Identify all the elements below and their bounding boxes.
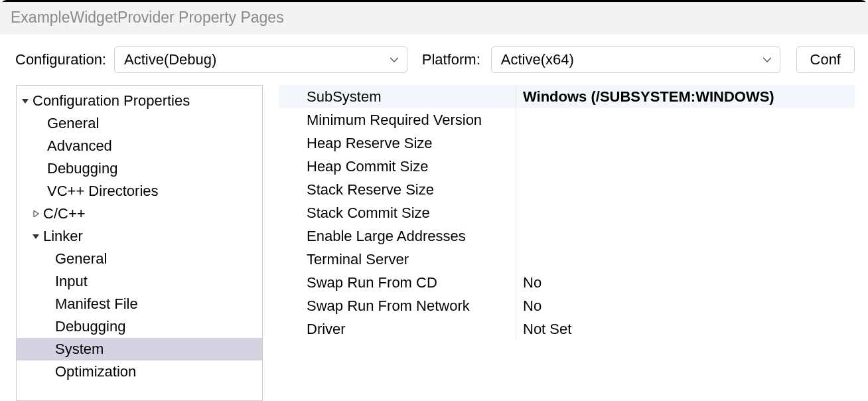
- window-title: ExampleWidgetProvider Property Pages: [0, 2, 868, 35]
- property-label: Heap Reserve Size: [279, 131, 516, 155]
- property-value: No: [516, 271, 855, 294]
- tree-panel: Configuration Properties General Advance…: [16, 85, 263, 401]
- tree-item-linker[interactable]: Linker: [17, 225, 262, 248]
- property-label: Heap Commit Size: [279, 155, 516, 178]
- chevron-down-icon: [390, 55, 399, 64]
- tree-item-general[interactable]: General: [17, 112, 262, 135]
- property-value: No: [516, 294, 855, 317]
- tree-item-label: Manifest File: [55, 295, 138, 313]
- property-value: [516, 178, 855, 201]
- property-value: [516, 201, 855, 224]
- platform-label: Platform:: [422, 51, 480, 68]
- tree-item-linker-general[interactable]: General: [17, 248, 262, 270]
- property-row-subsystem[interactable]: SubSystem Windows (/SUBSYSTEM:WINDOWS): [279, 85, 855, 108]
- property-label: Stack Reserve Size: [279, 178, 516, 201]
- property-label: Driver: [279, 317, 516, 341]
- configuration-value: Active(Debug): [124, 51, 216, 68]
- tree-item-debugging[interactable]: Debugging: [17, 157, 262, 180]
- tree-item-label: General: [47, 115, 99, 132]
- property-value: Windows (/SUBSYSTEM:WINDOWS): [516, 85, 855, 108]
- property-row-heap-commit-size[interactable]: Heap Commit Size: [279, 155, 855, 178]
- property-value: Not Set: [516, 317, 855, 341]
- tree-item-linker-input[interactable]: Input: [17, 270, 262, 293]
- tree-item-label: General: [55, 250, 107, 268]
- tree-item-label: Advanced: [47, 137, 112, 155]
- toolbar: Configuration: Active(Debug) Platform: A…: [0, 35, 868, 85]
- property-value: [516, 224, 855, 248]
- property-grid: SubSystem Windows (/SUBSYSTEM:WINDOWS) M…: [279, 85, 855, 401]
- tree-item-linker-optimization[interactable]: Optimization: [17, 361, 262, 383]
- property-label: SubSystem: [279, 85, 516, 108]
- property-label: Minimum Required Version: [279, 108, 516, 131]
- configuration-label: Configuration:: [15, 51, 106, 68]
- property-row-stack-commit-size[interactable]: Stack Commit Size: [279, 201, 855, 224]
- property-value: [516, 155, 855, 178]
- tree-item-label: Debugging: [47, 160, 117, 177]
- tree-item-label: C/C++: [43, 205, 86, 222]
- chevron-down-icon: [762, 55, 772, 64]
- property-label: Enable Large Addresses: [279, 224, 516, 248]
- property-row-driver[interactable]: Driver Not Set: [279, 317, 855, 341]
- property-row-minimum-required-version[interactable]: Minimum Required Version: [279, 108, 855, 131]
- tree-item-label: Linker: [43, 228, 83, 245]
- tree-item-ccpp[interactable]: C/C++: [17, 202, 262, 225]
- button-label: Conf: [810, 51, 841, 68]
- property-row-enable-large-addresses[interactable]: Enable Large Addresses: [279, 224, 855, 248]
- tree-item-label: Debugging: [55, 318, 125, 335]
- tree-item-label: System: [55, 341, 104, 358]
- property-label: Swap Run From Network: [279, 294, 516, 317]
- property-row-terminal-server[interactable]: Terminal Server: [279, 248, 855, 271]
- tree-item-linker-system[interactable]: System: [17, 338, 262, 361]
- tree-item-label: Optimization: [55, 363, 136, 380]
- collapsed-icon: [31, 209, 40, 218]
- tree-item-advanced[interactable]: Advanced: [17, 135, 262, 157]
- configuration-manager-button[interactable]: Conf: [796, 46, 855, 73]
- property-value: [516, 108, 855, 131]
- configuration-dropdown[interactable]: Active(Debug): [114, 46, 407, 73]
- property-label: Stack Commit Size: [279, 201, 516, 224]
- platform-value: Active(x64): [501, 51, 574, 68]
- property-row-swap-run-from-cd[interactable]: Swap Run From CD No: [279, 271, 855, 294]
- property-label: Swap Run From CD: [279, 271, 516, 294]
- tree-item-label: Input: [55, 273, 88, 290]
- expanded-icon: [31, 232, 40, 241]
- property-value: [516, 248, 855, 271]
- property-row-heap-reserve-size[interactable]: Heap Reserve Size: [279, 131, 855, 155]
- property-value: [516, 131, 855, 155]
- tree-item-linker-debugging[interactable]: Debugging: [17, 315, 262, 338]
- tree-item-linker-manifest-file[interactable]: Manifest File: [17, 293, 262, 315]
- property-row-stack-reserve-size[interactable]: Stack Reserve Size: [279, 178, 855, 201]
- tree-root-configuration-properties[interactable]: Configuration Properties: [17, 90, 262, 112]
- property-label: Terminal Server: [279, 248, 516, 271]
- tree-item-vcpp-directories[interactable]: VC++ Directories: [17, 180, 262, 202]
- expanded-icon: [21, 96, 30, 106]
- platform-dropdown[interactable]: Active(x64): [491, 46, 780, 73]
- tree-item-label: Configuration Properties: [33, 92, 190, 110]
- tree-item-label: VC++ Directories: [47, 183, 159, 200]
- property-row-swap-run-from-network[interactable]: Swap Run From Network No: [279, 294, 855, 317]
